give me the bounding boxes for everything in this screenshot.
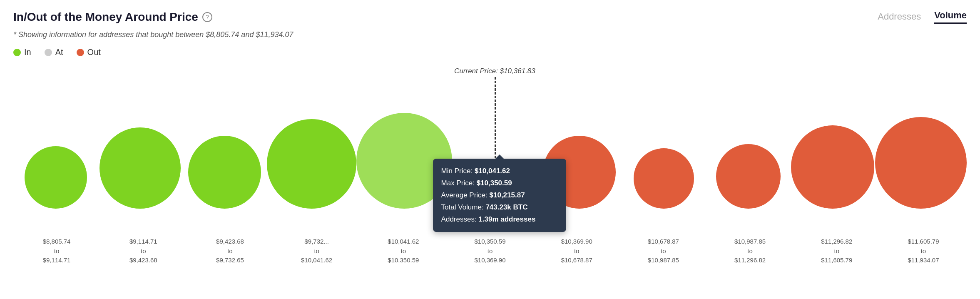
label-line1-5: $10,350.59 bbox=[474, 237, 505, 247]
chart-area: Current Price: $10,361.83 Min Price: $10… bbox=[13, 67, 967, 267]
label-line2-7: to bbox=[661, 247, 666, 256]
label-line3-3: $10,041.62 bbox=[301, 256, 332, 265]
title-group: In/Out of the Money Around Price ? bbox=[13, 10, 212, 24]
label-col-10: $11,605.79to$11,934.07 bbox=[880, 234, 967, 267]
legend-item-in: In bbox=[13, 47, 31, 57]
label-line3-5: $10,369.90 bbox=[474, 256, 505, 265]
label-line3-2: $9,732.65 bbox=[216, 256, 244, 265]
label-col-9: $11,296.82to$11,605.79 bbox=[793, 234, 880, 267]
legend-dot-out bbox=[77, 49, 84, 56]
legend-item-at: At bbox=[45, 47, 63, 57]
label-line3-7: $10,987.85 bbox=[648, 256, 679, 265]
labels-row: $8,805.74to$9,114.71$9,114.71to$9,423.68… bbox=[13, 234, 967, 267]
tooltip-min-price-value: $10,041.62 bbox=[475, 167, 510, 175]
tab-addresses[interactable]: Addresses bbox=[878, 11, 921, 24]
tooltip-addresses-value: 1.39m addresses bbox=[478, 215, 535, 223]
label-line1-3: $9,732... bbox=[304, 237, 328, 247]
label-line2-9: to bbox=[834, 247, 840, 256]
label-line1-9: $11,296.82 bbox=[821, 237, 852, 247]
label-col-3: $9,732...to$10,041.62 bbox=[274, 234, 360, 267]
bubble-col-3 bbox=[267, 84, 356, 209]
label-col-0: $8,805.74to$9,114.71 bbox=[13, 234, 100, 267]
label-line2-2: to bbox=[227, 247, 233, 256]
label-line1-10: $11,605.79 bbox=[908, 237, 939, 247]
label-line2-3: to bbox=[314, 247, 319, 256]
label-line1-1: $9,114.71 bbox=[129, 237, 157, 247]
tab-group: Addresses Volume bbox=[878, 10, 967, 24]
bubble-col-0 bbox=[13, 84, 98, 209]
bubble-0[interactable] bbox=[25, 146, 87, 209]
label-col-1: $9,114.71to$9,423.68 bbox=[100, 234, 187, 267]
label-line1-4: $10,041.62 bbox=[388, 237, 419, 247]
legend-label-in: In bbox=[24, 47, 31, 57]
tooltip-total-volume-value: 743.23k BTC bbox=[485, 203, 527, 211]
label-col-2: $9,423.68to$9,732.65 bbox=[187, 234, 273, 267]
label-col-7: $10,678.87to$10,987.85 bbox=[620, 234, 706, 267]
tooltip-avg-price-value: $10,215.87 bbox=[490, 191, 525, 199]
legend-dot-in bbox=[13, 49, 21, 56]
label-line2-10: to bbox=[921, 247, 926, 256]
bubble-3[interactable] bbox=[267, 119, 356, 209]
label-col-5: $10,350.59to$10,369.90 bbox=[447, 234, 533, 267]
label-line1-0: $8,805.74 bbox=[43, 237, 71, 247]
label-col-8: $10,987.85to$11,296.82 bbox=[707, 234, 793, 267]
label-line1-2: $9,423.68 bbox=[216, 237, 244, 247]
label-line2-0: to bbox=[54, 247, 60, 256]
label-line1-8: $10,987.85 bbox=[734, 237, 766, 247]
label-line2-6: to bbox=[574, 247, 580, 256]
tab-volume[interactable]: Volume bbox=[934, 10, 967, 24]
tooltip-total-volume: Total Volume: 743.23k BTC bbox=[441, 202, 558, 214]
label-line2-5: to bbox=[488, 247, 493, 256]
label-col-6: $10,369.90to$10,678.87 bbox=[533, 234, 620, 267]
bubble-col-9 bbox=[791, 84, 875, 209]
bubble-col-7 bbox=[622, 84, 706, 209]
legend-label-out: Out bbox=[87, 47, 101, 57]
label-line2-1: to bbox=[141, 247, 146, 256]
legend-label-at: At bbox=[55, 47, 63, 57]
label-line3-10: $11,934.07 bbox=[908, 256, 939, 265]
legend-dot-at bbox=[45, 49, 52, 56]
bubble-7[interactable] bbox=[634, 148, 694, 209]
subtitle: * Showing information for addresses that… bbox=[13, 30, 967, 39]
legend-item-out: Out bbox=[77, 47, 101, 57]
legend: In At Out bbox=[13, 47, 967, 57]
tooltip-avg-price: Average Price: $10,215.87 bbox=[441, 189, 558, 202]
label-line2-8: to bbox=[747, 247, 753, 256]
label-line3-6: $10,678.87 bbox=[561, 256, 592, 265]
label-line1-6: $10,369.90 bbox=[561, 237, 592, 247]
tooltip: Min Price: $10,041.62 Max Price: $10,350… bbox=[433, 159, 566, 232]
bubble-col-1 bbox=[98, 84, 182, 209]
label-col-4: $10,041.62to$10,350.59 bbox=[360, 234, 447, 267]
bubble-2[interactable] bbox=[188, 136, 261, 209]
tooltip-max-price: Max Price: $10,350.59 bbox=[441, 177, 558, 189]
bubble-9[interactable] bbox=[791, 125, 874, 209]
tooltip-max-price-value: $10,350.59 bbox=[477, 179, 512, 187]
label-line3-4: $10,350.59 bbox=[388, 256, 419, 265]
bubble-col-10 bbox=[875, 84, 967, 209]
bubble-1[interactable] bbox=[99, 127, 181, 209]
bubble-col-2 bbox=[182, 84, 267, 209]
label-line3-1: $9,423.68 bbox=[129, 256, 157, 265]
label-line1-7: $10,678.87 bbox=[648, 237, 679, 247]
chart-title: In/Out of the Money Around Price bbox=[13, 10, 198, 24]
tooltip-addresses: Addresses: 1.39m addresses bbox=[441, 214, 558, 226]
label-line3-8: $11,296.82 bbox=[734, 256, 766, 265]
label-line3-9: $11,605.79 bbox=[821, 256, 852, 265]
help-icon[interactable]: ? bbox=[202, 12, 212, 22]
bubble-10[interactable] bbox=[875, 117, 967, 209]
label-line3-0: $9,114.71 bbox=[43, 256, 71, 265]
bubble-8[interactable] bbox=[716, 144, 781, 209]
tooltip-min-price: Min Price: $10,041.62 bbox=[441, 165, 558, 177]
current-price-label: Current Price: $10,361.83 bbox=[454, 67, 535, 75]
bubble-col-8 bbox=[706, 84, 791, 209]
label-line2-4: to bbox=[401, 247, 406, 256]
